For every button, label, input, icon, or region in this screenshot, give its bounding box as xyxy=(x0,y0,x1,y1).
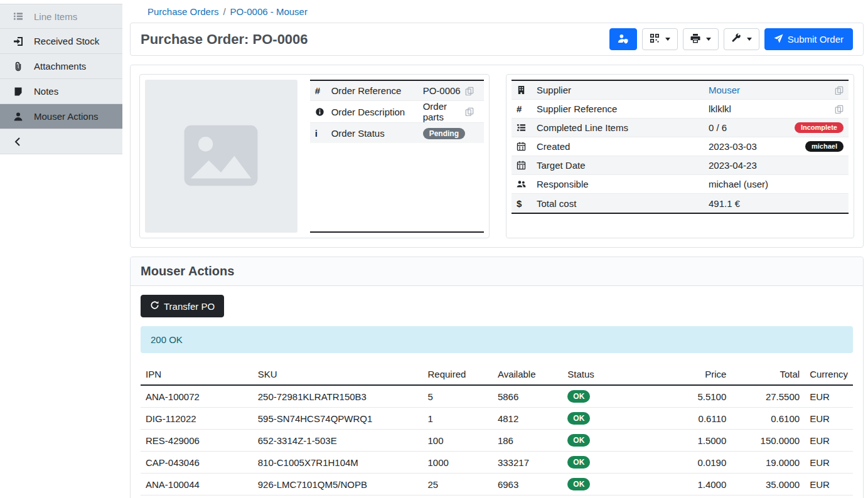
detail-row-responsible: Responsible michael (user) xyxy=(512,175,849,194)
cell-price: 1.4000 xyxy=(640,474,731,495)
order-details-table: # Order Reference PO-0006 Order Descript… xyxy=(310,80,484,233)
cell-price: 1.5000 xyxy=(640,430,731,452)
printer-icon xyxy=(690,33,700,45)
sidebar-item-label: Line Items xyxy=(34,11,77,22)
table-row: ANA-100072 250-72981KLRATR150B3 5 5866 O… xyxy=(141,385,853,408)
sidebar-item-received-stock[interactable]: Received Stock xyxy=(0,29,122,54)
detail-label: Order Description xyxy=(331,107,423,117)
col-header-sku: SKU xyxy=(253,364,423,385)
barcode-actions-button[interactable] xyxy=(642,28,678,50)
table-row: RES-429006 652-3314Z-1-503E 100 186 OK 1… xyxy=(141,430,853,452)
list-icon xyxy=(13,11,24,21)
app-root: Line Items Received Stock Attachments No… xyxy=(0,0,868,498)
cell-sku: 652-3314Z-1-503E xyxy=(253,430,423,452)
cell-price: 0.0190 xyxy=(640,452,731,474)
cell-currency: EUR xyxy=(805,430,853,452)
detail-value: 2023-03-03 xyxy=(709,141,805,152)
sidebar-item-label: Mouser Actions xyxy=(34,111,99,122)
dollar-icon: $ xyxy=(517,198,537,209)
order-image-placeholder xyxy=(145,80,297,233)
sidebar-item-mouser-actions[interactable]: Mouser Actions xyxy=(0,104,122,129)
hash-icon: # xyxy=(315,85,331,96)
order-actions-button[interactable] xyxy=(724,28,759,50)
table-row: ANA-100044 926-LMC7101QM5/NOPB 25 6963 O… xyxy=(141,474,853,495)
panel-body: Transfer PO 200 OK IPN SKU Required Avai… xyxy=(131,286,863,498)
breadcrumb-link-purchase-orders[interactable]: Purchase Orders xyxy=(147,6,218,17)
detail-value: PO-0006 xyxy=(423,85,465,96)
cell-currency: EUR xyxy=(805,495,853,498)
supplier-link[interactable]: Mouser xyxy=(709,85,835,95)
chevron-down-icon xyxy=(747,38,752,41)
sidebar-collapse-button[interactable] xyxy=(0,129,122,154)
col-header-available: Available xyxy=(493,364,562,385)
transfer-po-button[interactable]: Transfer PO xyxy=(141,295,224,317)
table-row: SWT-200005 611-110.107.011/0205 47 47 OK… xyxy=(141,495,853,498)
detail-value: lklklkl xyxy=(709,103,835,114)
image-placeholder-icon xyxy=(183,124,259,189)
col-header-total: Total xyxy=(731,364,805,385)
mouser-actions-panel: Mouser Actions Transfer PO 200 OK xyxy=(130,257,864,498)
cell-total: 19.0000 xyxy=(731,452,805,474)
cell-available: 5866 xyxy=(493,385,562,408)
cell-ipn: ANA-100044 xyxy=(141,474,253,495)
sidebar-item-attachments[interactable]: Attachments xyxy=(0,54,122,79)
col-header-status: Status xyxy=(562,364,640,385)
sidebar-item-notes[interactable]: Notes xyxy=(0,79,122,104)
building-icon xyxy=(517,85,537,95)
col-header-required: Required xyxy=(422,364,492,385)
sidebar-item-label: Attachments xyxy=(34,61,86,72)
cell-sku: 595-SN74HCS74QPWRQ1 xyxy=(253,408,423,430)
detail-label: Order Status xyxy=(331,128,423,139)
status-badge: OK xyxy=(567,390,590,403)
cell-required: 1 xyxy=(422,408,492,430)
copy-icon[interactable] xyxy=(465,87,479,95)
refresh-icon xyxy=(150,300,159,312)
chevron-left-icon xyxy=(13,137,24,147)
calendar-icon xyxy=(517,161,537,170)
order-details-panel: # Order Reference PO-0006 Order Descript… xyxy=(130,65,864,248)
cell-total: 35.0000 xyxy=(731,474,805,495)
sidebar-item-line-items[interactable]: Line Items xyxy=(0,4,122,29)
detail-label: Supplier Reference xyxy=(537,103,709,114)
detail-value: 0 / 6 xyxy=(709,122,795,133)
cell-available: 6963 xyxy=(493,474,562,495)
detail-row-target-date: Target Date 2023-04-23 xyxy=(512,156,849,175)
supplier-summary-card: Supplier Mouser # Supplier Reference lkl… xyxy=(506,74,854,238)
detail-label: Total cost xyxy=(537,198,709,209)
copy-icon[interactable] xyxy=(835,86,844,95)
user-shield-icon xyxy=(618,33,628,46)
cell-ipn: RES-429006 xyxy=(141,430,253,452)
cell-total: 0.6100 xyxy=(731,408,805,430)
tools-icon xyxy=(731,33,741,45)
cell-price: 5.7200 xyxy=(640,495,731,498)
breadcrumb-link-current-order[interactable]: PO-0006 - Mouser xyxy=(230,6,308,17)
detail-label: Order Reference xyxy=(331,85,423,96)
user-icon xyxy=(13,112,24,122)
chevron-down-icon xyxy=(706,38,711,41)
copy-icon[interactable] xyxy=(465,107,479,116)
transfer-po-label: Transfer PO xyxy=(164,301,215,312)
cell-available: 186 xyxy=(493,430,562,452)
cell-available: 47 xyxy=(493,495,562,498)
info-icon: i xyxy=(315,128,331,139)
status-badge: OK xyxy=(567,434,590,447)
col-header-price: Price xyxy=(640,364,731,385)
mouser-line-items-table: IPN SKU Required Available Status Price … xyxy=(141,364,853,498)
table-row: DIG-112022 595-SN74HCS74QPWRQ1 1 4812 OK… xyxy=(141,408,853,430)
sidebar-item-label: Received Stock xyxy=(34,36,99,46)
cell-sku: 926-LMC7101QM5/NOPB xyxy=(253,474,423,495)
issue-order-button[interactable] xyxy=(609,28,637,50)
breadcrumb-separator: / xyxy=(223,6,225,17)
panel-title-bar: Mouser Actions xyxy=(131,257,863,286)
cell-total: 27.5500 xyxy=(731,385,805,408)
detail-row-order-description: Order Description Order parts xyxy=(310,101,484,123)
note-icon xyxy=(13,87,24,97)
print-actions-button[interactable] xyxy=(683,28,719,50)
page-title: Purchase Order: PO-0006 xyxy=(141,31,308,48)
detail-row-created: Created 2023-03-03 michael xyxy=(512,137,849,156)
detail-row-supplier-reference: # Supplier Reference lklklkl xyxy=(512,100,849,119)
users-icon xyxy=(517,179,537,189)
copy-icon[interactable] xyxy=(835,105,844,114)
sign-in-icon xyxy=(13,36,24,46)
submit-order-button[interactable]: Submit Order xyxy=(764,28,853,50)
